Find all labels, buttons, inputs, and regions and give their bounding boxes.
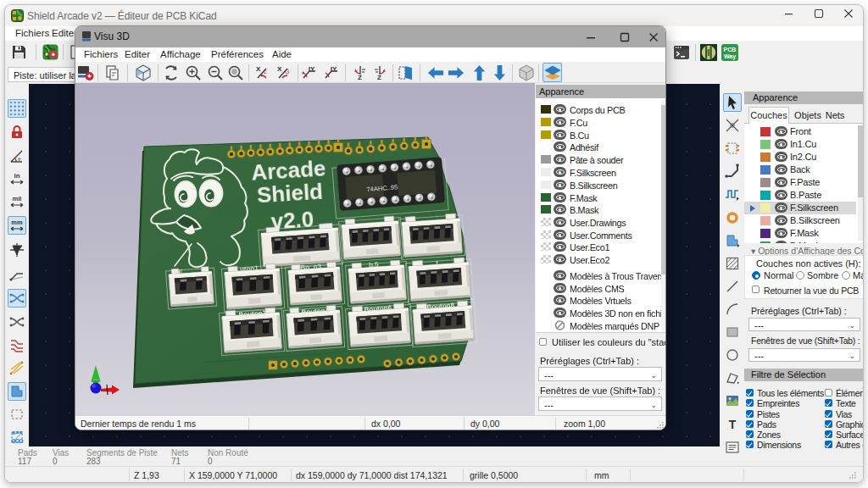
svg-text:b.5: b.5 (369, 261, 380, 269)
svg-text:v2.0: v2.0 (270, 206, 314, 234)
svg-text:Shield: Shield (256, 179, 324, 208)
svg-text:c: c (264, 69, 267, 75)
svg-text:in: in (14, 172, 19, 180)
svg-text:T: T (729, 418, 737, 431)
svg-text:G: G (285, 69, 289, 75)
svg-text:Bo..n3: Bo..n3 (300, 263, 322, 272)
svg-text:Way: Way (724, 53, 736, 60)
svg-text:LE: LE (174, 269, 183, 277)
svg-text:Z: Z (377, 74, 381, 81)
svg-text:Z: Z (358, 74, 362, 81)
svg-text:θ: θ (18, 157, 21, 162)
svg-text:X: X (277, 65, 282, 73)
svg-text:X: X (256, 65, 261, 73)
svg-text:mil: mil (13, 195, 22, 202)
svg-text:Y: Y (332, 65, 337, 73)
svg-text:PCB: PCB (724, 47, 737, 53)
svg-text:mm: mm (11, 219, 23, 226)
svg-text:Y: Y (310, 65, 315, 73)
svg-text:t.: t. (436, 259, 441, 267)
